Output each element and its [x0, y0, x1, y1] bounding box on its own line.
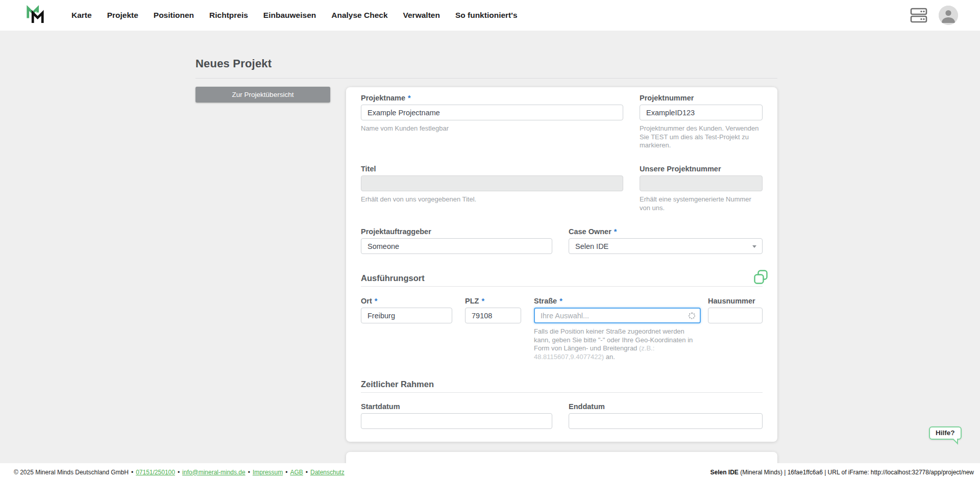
plz-label: PLZ*: [465, 296, 521, 306]
copyright-text: © 2025 Mineral Minds Deutschland GmbH: [14, 469, 129, 476]
help-button[interactable]: Hilfe?: [929, 426, 962, 440]
separator-dot: •: [306, 469, 308, 476]
required-asterisk: *: [614, 227, 617, 236]
startdatum-input[interactable]: [361, 413, 552, 429]
projektname-label: Projektname*: [361, 93, 623, 103]
hausnummer-label: Hausnummer: [708, 296, 763, 306]
strasse-label: Straße*: [534, 296, 701, 306]
section-divider: [361, 392, 763, 393]
projektnummer-label: Projektnummer: [640, 93, 763, 103]
projektname-hint: Name vom Kunden festlegbar: [361, 124, 623, 133]
required-asterisk: *: [559, 297, 562, 305]
new-project-form-card: Projektname* Name vom Kunden festlegbar …: [346, 87, 777, 442]
unsere-projektnummer-label: Unsere Projektnummer: [640, 164, 763, 174]
ort-input[interactable]: [361, 308, 452, 323]
unsere-projektnummer-input: [640, 175, 763, 191]
projektauftraggeber-label: Projektauftraggeber: [361, 227, 552, 237]
enddatum-label: Enddatum: [569, 402, 763, 412]
field-hausnummer: Hausnummer: [708, 296, 763, 323]
title-divider: [195, 78, 777, 79]
field-projektname: Projektname* Name vom Kunden festlegbar: [361, 93, 623, 133]
nav-item-einbauweisen[interactable]: Einbauweisen: [263, 11, 316, 20]
nav-item-analyse-check[interactable]: Analyse Check: [331, 11, 387, 20]
separator-dot: •: [131, 469, 133, 476]
required-asterisk: *: [481, 297, 484, 305]
chevron-down-icon: [752, 245, 756, 248]
section-zeitlicher-rahmen: Zeitlicher Rahmen: [361, 379, 763, 393]
footer-link-datenschutz[interactable]: Datenschutz: [310, 469, 345, 476]
field-plz: PLZ*: [465, 296, 521, 323]
separator-dot: •: [178, 469, 180, 476]
section-ausfuehrungsort: Ausführungsort: [361, 273, 763, 287]
ort-label: Ort*: [361, 296, 452, 306]
case-owner-label: Case Owner*: [569, 227, 763, 237]
strasse-input-wrap: [534, 308, 701, 323]
nav-item-verwalten[interactable]: Verwalten: [403, 11, 440, 20]
nav-item-projekte[interactable]: Projekte: [107, 11, 138, 20]
enddatum-input[interactable]: [569, 413, 763, 429]
server-rack-icon[interactable]: [910, 8, 927, 23]
nav-item-karte[interactable]: Karte: [71, 11, 92, 20]
field-case-owner: Case Owner* Selen IDE: [569, 227, 763, 254]
field-projektauftraggeber: Projektauftraggeber: [361, 227, 552, 254]
strasse-input[interactable]: [534, 308, 701, 323]
user-avatar-icon[interactable]: [939, 6, 958, 25]
case-owner-select[interactable]: Selen IDE: [569, 238, 763, 254]
footer-session-details: (Mineral Minds) | 16fae1ffc6a6 | URL of …: [739, 469, 974, 476]
separator-dot: •: [248, 469, 250, 476]
logo-icon: [26, 5, 45, 26]
case-owner-selected-value: Selen IDE: [575, 242, 608, 250]
zeitlicher-rahmen-heading: Zeitlicher Rahmen: [361, 379, 763, 389]
field-strasse: Straße* Falls die Position keiner Straße…: [534, 296, 701, 361]
app-window: Karte Projekte Positionen Richtpreis Ein…: [0, 0, 980, 481]
projektnummer-input[interactable]: [640, 105, 763, 120]
hausnummer-input[interactable]: [708, 308, 763, 323]
separator-dot: •: [285, 469, 287, 476]
footer-user-name: Selen IDE: [710, 469, 739, 476]
footer-link-impressum[interactable]: Impressum: [253, 469, 283, 476]
field-titel: Titel Erhält den von uns vorgegebenen Ti…: [361, 164, 623, 204]
footer-link-phone[interactable]: 07151/250100: [136, 469, 175, 476]
field-startdatum: Startdatum: [361, 402, 552, 429]
projektname-input[interactable]: [361, 105, 623, 120]
titel-input: [361, 175, 623, 191]
required-asterisk: *: [375, 297, 378, 305]
help-button-label: Hilfe?: [936, 429, 955, 437]
main-nav: Karte Projekte Positionen Richtpreis Ein…: [71, 11, 518, 20]
footer-left: © 2025 Mineral Minds Deutschland GmbH • …: [14, 469, 345, 476]
footer-session-info: Selen IDE (Mineral Minds) | 16fae1ffc6a6…: [710, 469, 974, 476]
projektnummer-hint: Projektnummer des Kunden. Verwenden Sie …: [640, 124, 763, 150]
footer-link-agb[interactable]: AGB: [290, 469, 303, 476]
footer-link-email[interactable]: info@mineral-minds.de: [182, 469, 246, 476]
top-navbar: Karte Projekte Positionen Richtpreis Ein…: [0, 0, 980, 31]
mineral-minds-logo[interactable]: [26, 5, 45, 26]
startdatum-label: Startdatum: [361, 402, 552, 412]
projektauftraggeber-input[interactable]: [361, 238, 552, 254]
page-footer: © 2025 Mineral Minds Deutschland GmbH • …: [0, 463, 980, 481]
field-projektnummer: Projektnummer Projektnummer des Kunden. …: [640, 93, 763, 150]
strasse-hint: Falls die Position keiner Straße zugeord…: [534, 327, 701, 361]
nav-item-so-funktionierts[interactable]: So funktioniert's: [455, 11, 518, 20]
loading-spinner-icon: [689, 312, 695, 319]
navbar-right: [910, 6, 958, 25]
field-enddatum: Enddatum: [569, 402, 763, 429]
required-asterisk: *: [408, 94, 411, 102]
back-to-project-overview-button[interactable]: Zur Projektübersicht: [195, 87, 330, 103]
ausfuehrungsort-heading: Ausführungsort: [361, 273, 763, 283]
section-divider: [361, 286, 763, 287]
titel-hint: Erhält den von uns vorgegebenen Titel.: [361, 195, 623, 204]
field-ort: Ort*: [361, 296, 452, 323]
nav-item-positionen[interactable]: Positionen: [154, 11, 194, 20]
plz-input[interactable]: [465, 308, 521, 323]
unsere-projektnummer-hint: Erhält eine systemgenerierte Nummer von …: [640, 195, 763, 212]
field-unsere-projektnummer: Unsere Projektnummer Erhält eine systemg…: [640, 164, 763, 212]
copy-icon[interactable]: [753, 269, 769, 287]
page-title: Neues Projekt: [195, 57, 272, 70]
nav-item-richtpreis[interactable]: Richtpreis: [209, 11, 248, 20]
titel-label: Titel: [361, 164, 623, 174]
